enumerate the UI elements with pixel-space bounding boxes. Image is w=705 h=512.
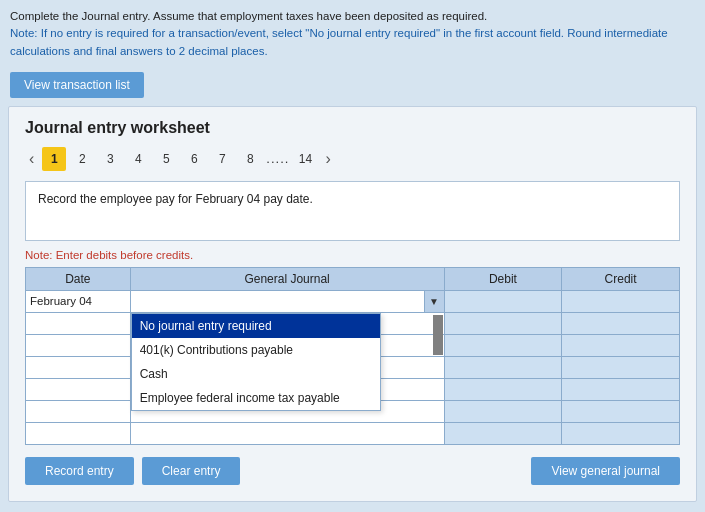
tab-dots: ..... [266,151,289,166]
instruction-area: Complete the Journal entry. Assume that … [0,0,705,64]
date-cell-7 [26,422,131,444]
tab-next-arrow[interactable]: › [321,150,334,168]
col-header-date: Date [26,267,131,290]
clear-entry-button[interactable]: Clear entry [142,457,241,485]
credit-input-1[interactable] [566,294,675,308]
col-header-journal: General Journal [130,267,444,290]
instruction-note: Note: If no entry is required for a tran… [10,27,668,56]
debit-cell-6[interactable] [444,400,562,422]
date-cell-1: February 04 [26,290,131,312]
dropdown-option-cash[interactable]: Cash [132,362,380,386]
journal-cell-7[interactable] [130,422,444,444]
task-description: Record the employee pay for February 04 … [25,181,680,241]
debit-cell-3[interactable] [444,334,562,356]
debit-cell-1[interactable] [444,290,562,312]
tab-2[interactable]: 2 [70,147,94,171]
dropdown-wrap[interactable]: ▼ [131,291,444,312]
credit-cell-1[interactable] [562,290,680,312]
date-cell-5 [26,378,131,400]
tab-5[interactable]: 5 [154,147,178,171]
col-header-debit: Debit [444,267,562,290]
tab-4[interactable]: 4 [126,147,150,171]
debit-note: Note: Enter debits before credits. [25,249,680,261]
tab-7[interactable]: 7 [210,147,234,171]
debit-cell-5[interactable] [444,378,562,400]
debit-cell-4[interactable] [444,356,562,378]
tab-14[interactable]: 14 [293,147,317,171]
journal-dropdown-input[interactable] [131,292,424,310]
col-header-credit: Credit [562,267,680,290]
dropdown-arrow-icon[interactable]: ▼ [424,291,444,312]
view-general-journal-button[interactable]: View general journal [531,457,680,485]
date-cell-6 [26,400,131,422]
tab-prev-arrow[interactable]: ‹ [25,150,38,168]
tab-1[interactable]: 1 [42,147,66,171]
dropdown-option-401k[interactable]: 401(k) Contributions payable [132,338,380,362]
bottom-buttons: Record entry Clear entry View general jo… [25,457,680,485]
tab-6[interactable]: 6 [182,147,206,171]
credit-cell-2[interactable] [562,312,680,334]
dropdown-option-fed-tax[interactable]: Employee federal income tax payable [132,386,380,410]
date-cell-4 [26,356,131,378]
worksheet-container: Journal entry worksheet ‹ 1 2 3 4 5 6 7 … [8,106,697,502]
date-cell-3 [26,334,131,356]
journal-table: Date General Journal Debit Credit Februa… [25,267,680,445]
credit-cell-4[interactable] [562,356,680,378]
record-entry-button[interactable]: Record entry [25,457,134,485]
debit-cell-2[interactable] [444,312,562,334]
dropdown-option-no-entry[interactable]: No journal entry required [132,314,380,338]
credit-cell-5[interactable] [562,378,680,400]
debit-input-1[interactable] [449,294,558,308]
dropdown-menu: No journal entry required 401(k) Contrib… [131,313,381,411]
table-row: February 04 ▼ No journal entry required … [26,290,680,312]
credit-cell-3[interactable] [562,334,680,356]
table-row [26,422,680,444]
credit-cell-7[interactable] [562,422,680,444]
task-text: Record the employee pay for February 04 … [38,192,313,206]
view-transaction-button[interactable]: View transaction list [10,72,144,98]
worksheet-title: Journal entry worksheet [25,119,680,137]
date-cell-2 [26,312,131,334]
journal-table-wrapper: Date General Journal Debit Credit Februa… [25,267,680,445]
credit-cell-6[interactable] [562,400,680,422]
instruction-text: Complete the Journal entry. Assume that … [10,10,487,22]
tab-3[interactable]: 3 [98,147,122,171]
journal-cell-1[interactable]: ▼ No journal entry required 401(k) Contr… [130,290,444,312]
debit-cell-7[interactable] [444,422,562,444]
tab-navigation: ‹ 1 2 3 4 5 6 7 8 ..... 14 › [25,147,680,171]
tab-8[interactable]: 8 [238,147,262,171]
